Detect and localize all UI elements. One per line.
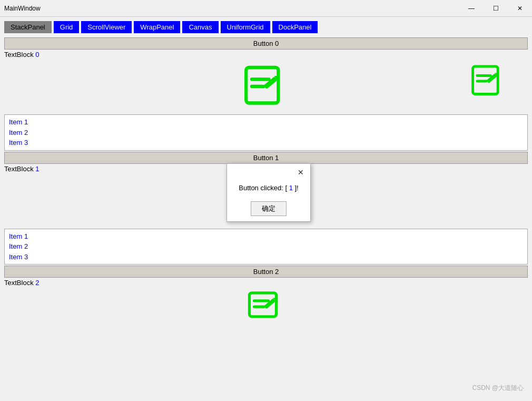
dialog-message: Button clicked: [ 1 ]! <box>239 184 298 192</box>
message-dialog: ✕ Button clicked: [ 1 ]! 确定 <box>226 163 311 222</box>
window-title: MainWindow <box>4 5 41 12</box>
tab-grid[interactable]: Grid <box>54 21 80 33</box>
tab-uniformgrid[interactable]: UniformGrid <box>221 21 270 33</box>
svg-rect-15 <box>250 293 277 317</box>
dialog-body: Button clicked: [ 1 ]! <box>227 180 310 198</box>
section-0: Button 0 TextBlock 0 <box>4 37 528 110</box>
icon-area-2 <box>4 291 528 322</box>
textblock-2: TextBlock 2 <box>4 279 528 287</box>
window-controls: — ☐ ✕ <box>459 0 532 17</box>
tab-dockpanel[interactable]: DockPanel <box>272 21 318 33</box>
dialog-close-button[interactable]: ✕ <box>295 167 306 178</box>
section-2: Item 1 Item 2 Item 3 Button 2 TextBlock … <box>4 229 528 323</box>
title-bar: MainWindow — ☐ ✕ <box>0 0 532 17</box>
button-0[interactable]: Button 0 <box>4 37 528 50</box>
list-box-1: Item 1 Item 2 Item 3 <box>4 114 528 151</box>
icon-area-0 <box>4 63 528 110</box>
dialog-footer: 确定 <box>227 198 310 221</box>
tab-bar: StackPanel Grid ScrollViewer WrapPanel C… <box>4 21 528 33</box>
list-item-2-1: Item 1 <box>9 231 523 242</box>
textblock-0: TextBlock 0 <box>4 51 528 58</box>
button-2[interactable]: Button 2 <box>4 266 528 278</box>
restore-button[interactable]: ☐ <box>484 0 508 17</box>
tab-stackpanel[interactable]: StackPanel <box>4 21 52 33</box>
list-item-2-3: Item 3 <box>9 252 523 262</box>
dialog-value: 1 <box>289 184 293 192</box>
list-item-2-2: Item 2 <box>9 241 523 252</box>
edit-icon-2 <box>245 291 287 322</box>
minimize-button[interactable]: — <box>459 0 484 17</box>
tab-scrollviewer[interactable]: ScrollViewer <box>81 21 132 33</box>
dialog-ok-button[interactable]: 确定 <box>251 201 287 216</box>
list-item-1-2: Item 2 <box>9 128 523 138</box>
list-item-1-1: Item 1 <box>9 117 523 128</box>
edit-icon-0 <box>242 63 290 110</box>
close-button[interactable]: ✕ <box>508 0 532 17</box>
button-1[interactable]: Button 1 <box>4 152 528 164</box>
watermark: CSDN @大道随心 <box>472 384 524 393</box>
list-item-1-3: Item 3 <box>9 138 523 148</box>
dialog-title-bar: ✕ <box>227 164 310 180</box>
tab-wrappanel[interactable]: WrapPanel <box>134 21 180 33</box>
edit-icon-right-0 <box>470 63 507 101</box>
list-box-2: Item 1 Item 2 Item 3 <box>4 229 528 265</box>
tab-canvas[interactable]: Canvas <box>182 21 218 33</box>
